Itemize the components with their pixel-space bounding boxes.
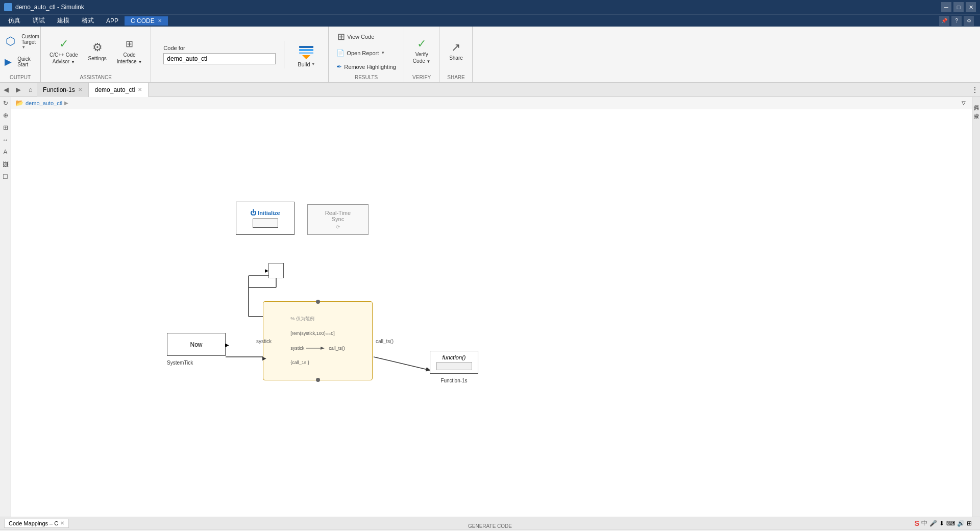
assistance-label: ASSISTANCE bbox=[80, 75, 112, 80]
share-icon: ↗ bbox=[451, 41, 460, 54]
menu-simulation[interactable]: 仿真 bbox=[2, 15, 27, 26]
help-button[interactable]: ? bbox=[951, 16, 962, 26]
minimize-button[interactable]: ─ bbox=[941, 2, 951, 12]
power-icon: ⏻ bbox=[250, 209, 256, 216]
toolbar-pin-button[interactable]: 📌 bbox=[939, 16, 949, 26]
custom-target-dropdown[interactable]: ▼ bbox=[21, 45, 26, 50]
code-for-input[interactable] bbox=[163, 53, 276, 64]
code-interface-label-1: Code bbox=[124, 52, 136, 58]
quick-start-label-1: Quick bbox=[17, 56, 31, 62]
verify-code-label-2: Code ▼ bbox=[413, 58, 431, 64]
sidebar-tool-checkbox[interactable]: ☐ bbox=[2, 173, 10, 181]
function-1s-inner bbox=[436, 362, 472, 370]
toolbar-verify-section: ✓ Verify Code ▼ VERIFY bbox=[404, 27, 440, 82]
view-code-label: View Code bbox=[347, 34, 374, 40]
code-mappings-tab[interactable]: Code Mappings – C ✕ bbox=[4, 519, 69, 528]
stateflow-block[interactable]: systick call_ts() % 仅为范例 [rem(systick,10… bbox=[263, 301, 373, 380]
tab-back-button[interactable]: ◀ bbox=[0, 83, 12, 97]
breadcrumb-bar: 📂 demo_auto_ctl ▶ ▽ bbox=[11, 97, 972, 109]
results-label: RESULTS bbox=[355, 75, 378, 80]
ime-zh-icon[interactable]: 中 bbox=[921, 519, 927, 527]
unit-arrow-in: ▶ bbox=[265, 268, 268, 273]
maximize-button[interactable]: □ bbox=[953, 2, 964, 12]
verify-code-button[interactable]: ✓ Verify Code ▼ bbox=[408, 35, 435, 66]
share-button[interactable]: ↗ Share bbox=[444, 38, 468, 63]
settings-button[interactable]: ⚙ Settings bbox=[84, 38, 111, 64]
panel-right-tab-properties[interactable]: 属性 bbox=[972, 97, 981, 105]
simulink-icon bbox=[4, 3, 12, 11]
tab-home-button[interactable]: ⌂ bbox=[24, 83, 37, 97]
canvas-expand-button[interactable]: ▽ bbox=[960, 99, 968, 107]
settings-global-button[interactable]: ⚙ bbox=[964, 16, 974, 26]
verify-buttons: ✓ Verify Code ▼ bbox=[408, 29, 435, 73]
title-bar-left: demo_auto_ctl - Simulink bbox=[4, 3, 84, 11]
cc-code-advisor-button[interactable]: ✓ C/C++ Code Advisor ▼ bbox=[45, 34, 83, 67]
ime-keyboard-icon[interactable]: ⌨ bbox=[946, 520, 955, 527]
toolbar-output-section: ⬡ Custom Target ▼ ▶ Quick Start OUTPUT bbox=[0, 27, 41, 82]
tab-demo-auto-ctl[interactable]: demo_auto_ctl ✕ bbox=[89, 83, 149, 97]
canvas-options-button[interactable]: ⋮ bbox=[970, 83, 980, 97]
view-code-button[interactable]: ⊞ View Code bbox=[333, 29, 379, 45]
initialize-block[interactable]: ⏻ Initialize bbox=[236, 202, 295, 235]
sf-output-port: call_ts() bbox=[376, 338, 394, 344]
menu-debug[interactable]: 调试 bbox=[27, 15, 51, 26]
ime-grid-icon[interactable]: ⊞ bbox=[967, 520, 972, 527]
settings-label: Settings bbox=[88, 56, 107, 61]
ime-mic-icon[interactable]: 🎤 bbox=[929, 520, 937, 527]
tab-demo-auto-ctl-label: demo_auto_ctl bbox=[95, 86, 135, 93]
output-section-label: OUTPUT bbox=[10, 75, 31, 80]
cc-advisor-icon: ✓ bbox=[57, 37, 71, 51]
toolbar-share-section: ↗ Share SHARE bbox=[439, 27, 473, 82]
sidebar-tool-refresh[interactable]: ↻ bbox=[2, 99, 10, 107]
function-1s-block[interactable]: function() bbox=[430, 351, 478, 374]
sidebar-tool-fit-view[interactable]: ⊞ bbox=[2, 124, 10, 132]
real-time-sync-block[interactable]: Real-TimeSync ⟳ bbox=[307, 204, 369, 235]
tab-function-1s[interactable]: Function-1s ✕ bbox=[37, 83, 89, 97]
function-1s-title: function() bbox=[443, 354, 466, 360]
custom-target-button[interactable]: ⬡ Custom Target ▼ bbox=[0, 31, 42, 52]
unit-delay-block[interactable]: ▶ bbox=[268, 263, 284, 278]
sidebar-tool-text[interactable]: A bbox=[2, 148, 10, 156]
initialize-title: ⏻ Initialize bbox=[250, 209, 280, 216]
svg-marker-12 bbox=[321, 347, 325, 350]
tab-function-1s-close[interactable]: ✕ bbox=[78, 87, 82, 92]
tab-demo-auto-ctl-close[interactable]: ✕ bbox=[138, 87, 142, 92]
tab-c-code-close[interactable]: ✕ bbox=[158, 18, 162, 23]
quick-start-icon: ▶ bbox=[1, 55, 15, 69]
sidebar-tool-arrows[interactable]: ↔ bbox=[2, 136, 10, 144]
window-controls[interactable]: ─ □ ✕ bbox=[941, 2, 976, 12]
remove-highlighting-icon: ✒ bbox=[336, 63, 342, 70]
breadcrumb-path[interactable]: demo_auto_ctl bbox=[26, 100, 62, 106]
sogou-icon: S bbox=[915, 519, 919, 527]
close-button[interactable]: ✕ bbox=[966, 2, 976, 12]
canvas-area[interactable]: 📂 demo_auto_ctl ▶ ▽ bbox=[11, 97, 972, 517]
panel-right-tab-search[interactable]: 搜索 bbox=[972, 105, 981, 113]
tab-c-code[interactable]: C CODE ✕ bbox=[125, 16, 168, 26]
custom-target-label-2: Target bbox=[21, 39, 36, 45]
menu-format[interactable]: 格式 bbox=[76, 15, 100, 26]
code-mappings-label: Code Mappings – C bbox=[9, 520, 58, 526]
open-report-dropdown[interactable]: ▼ bbox=[381, 51, 385, 55]
verify-label: VERIFY bbox=[412, 75, 431, 80]
ime-speaker-icon[interactable]: 🔊 bbox=[957, 520, 965, 527]
menu-app[interactable]: APP bbox=[100, 16, 125, 26]
code-mappings-close[interactable]: ✕ bbox=[60, 520, 64, 526]
menu-build[interactable]: 建模 bbox=[51, 15, 76, 26]
tab-forward-button[interactable]: ▶ bbox=[12, 83, 24, 97]
remove-highlighting-button[interactable]: ✒ Remove Highlighting bbox=[333, 61, 400, 73]
sidebar-tool-image[interactable]: 🖼 bbox=[2, 160, 10, 168]
sf-bottom-dot bbox=[316, 378, 320, 382]
initialize-label: Initialize bbox=[258, 210, 280, 216]
quick-start-button[interactable]: ▶ Quick Start bbox=[0, 53, 42, 70]
now-label: Now bbox=[190, 341, 202, 348]
build-dropdown-arrow[interactable]: ▼ bbox=[311, 62, 315, 66]
cc-advisor-label-1: C/C++ Code bbox=[50, 52, 78, 58]
settings-icon: ⚙ bbox=[90, 40, 105, 55]
build-button[interactable]: Build ▼ bbox=[288, 37, 324, 72]
sidebar-tool-zoom-fit[interactable]: ⊕ bbox=[2, 111, 10, 119]
code-interface-label-2: Interface ▼ bbox=[117, 59, 142, 64]
code-interface-button[interactable]: ⊞ Code Interface ▼ bbox=[112, 34, 147, 67]
open-report-button[interactable]: 📄 Open Report ▼ bbox=[333, 47, 388, 59]
ime-down-icon[interactable]: ⬇ bbox=[939, 520, 944, 527]
now-block[interactable]: Now ▶ bbox=[167, 333, 226, 356]
